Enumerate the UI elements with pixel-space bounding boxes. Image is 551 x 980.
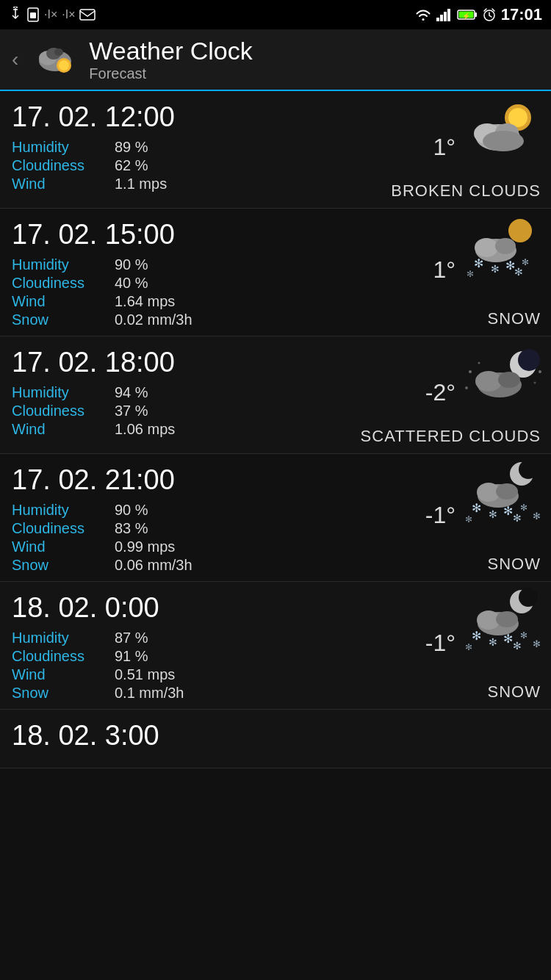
alarm-icon <box>482 7 497 22</box>
svg-text:✻: ✻ <box>465 514 472 524</box>
humidity-row-4: Humidity87 % <box>12 630 539 646</box>
email-icon <box>79 9 96 21</box>
humidity-value-3: 90 % <box>115 502 148 519</box>
svg-rect-8 <box>475 12 477 17</box>
snow-label-3: Snow <box>12 557 115 574</box>
snow-label-4: Snow <box>12 685 115 702</box>
condition-label-3: SNOW <box>488 555 541 574</box>
svg-point-27 <box>495 238 516 254</box>
humidity-label-0: Humidity <box>12 139 115 156</box>
svg-text:✻: ✻ <box>533 511 541 522</box>
cloudiness-value-3: 83 % <box>115 520 148 537</box>
forecast-details-1: Humidity90 %Cloudiness40 %Wind1.64 mpsSn… <box>12 256 539 328</box>
weather-icon-2 <box>463 344 544 403</box>
wind-value-1: 1.64 mps <box>115 293 175 310</box>
humidity-label-3: Humidity <box>12 502 115 519</box>
svg-text:✻: ✻ <box>474 257 483 270</box>
svg-text:✻: ✻ <box>491 263 500 275</box>
svg-point-38 <box>498 372 520 388</box>
svg-text:✻: ✻ <box>465 642 472 652</box>
app-title: Weather Clock <box>89 37 252 65</box>
svg-text:✻: ✻ <box>513 512 522 524</box>
cloudiness-value-2: 37 % <box>115 403 148 419</box>
forecast-item-1: 17. 02. 15:00 Humidity90 %Cloudiness40 %… <box>0 209 551 336</box>
svg-rect-1 <box>30 12 36 18</box>
condition-label-1: SNOW <box>488 309 541 328</box>
forecast-item-2: 17. 02. 18:00 Humidity94 %Cloudiness37 %… <box>0 336 551 454</box>
condition-label-0: BROKEN CLOUDS <box>391 181 541 201</box>
svg-text:✻: ✻ <box>520 630 527 641</box>
snow-value-1: 0.02 mm/3h <box>115 311 192 328</box>
usb-icon <box>9 7 22 23</box>
condition-label-4: SNOW <box>488 682 541 702</box>
svg-rect-3 <box>436 18 439 21</box>
svg-text:✻: ✻ <box>472 502 481 514</box>
svg-text:✻: ✻ <box>489 636 497 648</box>
svg-point-40 <box>478 361 480 364</box>
weather-icon-4: ✻ ✻ ✻ ✻ ✻ ✻ ✻ <box>463 589 544 648</box>
app-header: ‹ Weather Clock Forecast <box>0 29 551 91</box>
svg-point-45 <box>519 460 538 479</box>
svg-text:✻: ✻ <box>467 269 474 278</box>
cloudiness-value-4: 91 % <box>115 648 148 665</box>
svg-text:✻: ✻ <box>533 638 541 649</box>
humidity-value-0: 89 % <box>115 139 148 156</box>
wind-label-3: Wind <box>12 538 115 555</box>
forecast-datetime-0: 17. 02. 12:00 <box>12 101 539 133</box>
temp-display-3: -1° <box>425 501 455 528</box>
snow-row-4: Snow0.1 mm/3h <box>12 685 539 702</box>
wind-label-2: Wind <box>12 421 115 438</box>
temp-display-2: -2° <box>425 378 455 406</box>
svg-text:✻: ✻ <box>472 630 481 642</box>
svg-text:✻: ✻ <box>503 633 513 645</box>
humidity-value-4: 87 % <box>115 630 148 646</box>
status-time: 17:01 <box>501 5 542 24</box>
svg-text:✻: ✻ <box>520 502 527 513</box>
signal-icon <box>436 8 453 21</box>
humidity-value-1: 90 % <box>115 256 148 273</box>
weather-icon-0 <box>463 98 544 157</box>
svg-rect-5 <box>444 12 447 21</box>
cloudiness-row-3: Cloudiness83 % <box>12 520 539 537</box>
snow-row-1: Snow0.02 mm/3h <box>12 311 539 328</box>
humidity-row-0: Humidity89 % <box>12 139 539 156</box>
humidity-row-3: Humidity90 % <box>12 502 539 519</box>
cloudiness-label-3: Cloudiness <box>12 520 115 537</box>
forecast-item-4: 18. 02. 0:00 Humidity87 %Cloudiness91 %W… <box>0 582 551 710</box>
forecast-datetime-3: 17. 02. 21:00 <box>12 464 539 496</box>
battery-icon: ⚡ <box>457 9 478 21</box>
cloudiness-row-0: Cloudiness62 % <box>12 157 539 174</box>
temp-display-0: 1° <box>433 133 455 160</box>
humidity-label-2: Humidity <box>12 384 115 401</box>
svg-point-35 <box>518 349 540 371</box>
weather-icon-3: ✻ ✻ ✻ ✻ ✻ ✻ ✻ <box>463 461 544 520</box>
signal-x1-icon: ·I× <box>44 8 57 21</box>
svg-point-60 <box>496 611 518 627</box>
status-right-icons: ⚡ 17:01 <box>414 5 542 24</box>
cloudiness-label-2: Cloudiness <box>12 403 115 419</box>
svg-point-37 <box>475 371 502 392</box>
cloudiness-label-4: Cloudiness <box>12 648 115 665</box>
app-title-group: Weather Clock Forecast <box>89 37 252 82</box>
back-arrow[interactable]: ‹ <box>12 48 18 71</box>
forecast-datetime-4: 18. 02. 0:00 <box>12 592 539 624</box>
forecast-item-last: 18. 02. 3:00 <box>0 710 551 768</box>
forecast-item-0: 17. 02. 12:00 Humidity89 %Cloudiness62 %… <box>0 91 551 209</box>
svg-text:✻: ✻ <box>514 266 523 278</box>
svg-point-43 <box>539 370 541 373</box>
forecast-list: 17. 02. 12:00 Humidity89 %Cloudiness62 %… <box>0 91 551 710</box>
svg-point-57 <box>519 588 538 607</box>
forecast-item-3: 17. 02. 21:00 Humidity90 %Cloudiness83 %… <box>0 454 551 582</box>
wind-label-1: Wind <box>12 293 115 310</box>
svg-point-42 <box>534 381 536 383</box>
condition-label-2: SCATTERED CLOUDS <box>361 427 541 446</box>
signal-x2-icon: ·I× <box>62 8 75 21</box>
snow-value-3: 0.06 mm/3h <box>115 557 192 574</box>
forecast-details-3: Humidity90 %Cloudiness83 %Wind0.99 mpsSn… <box>12 502 539 574</box>
wind-row-3: Wind0.99 mps <box>12 538 539 555</box>
wind-label-0: Wind <box>12 176 115 192</box>
svg-text:✻: ✻ <box>513 640 522 652</box>
forecast-datetime-last: 18. 02. 3:00 <box>12 720 539 752</box>
app-icon <box>33 37 77 82</box>
svg-text:✻: ✻ <box>503 505 513 517</box>
